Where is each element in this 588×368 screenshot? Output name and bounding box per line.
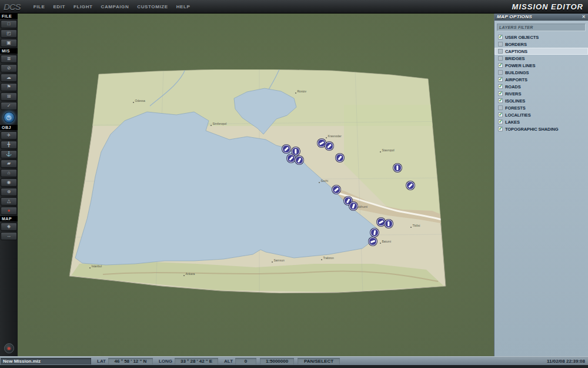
airplane-group-button[interactable]: ✈ [1, 131, 17, 140]
airport-icon[interactable] [349, 202, 358, 210]
airport-layer [68, 69, 451, 293]
mission-options-button[interactable]: ⊘ [1, 64, 17, 72]
new-mission-button[interactable]: □ [1, 20, 17, 28]
menu-file[interactable]: FILE [34, 4, 45, 9]
layer-row-lakes[interactable]: ✓LAKES [495, 118, 588, 125]
airport-icon[interactable] [406, 181, 415, 190]
airport-icon[interactable] [295, 156, 303, 164]
mouse-mode[interactable]: PAN/SELECT [298, 358, 340, 364]
runway-mark [284, 147, 288, 151]
lat-label: LAT [97, 359, 106, 364]
layer-label-topographic-shading: TOPOGRAPHIC SHADING [505, 127, 558, 132]
mission-filename: New Mission.miz [1, 358, 91, 364]
layer-row-borders[interactable]: BORDERS [495, 41, 588, 48]
airport-icon[interactable] [318, 139, 326, 147]
layer-checkbox-captions[interactable] [498, 49, 503, 54]
menu-help[interactable]: HELP [176, 4, 191, 9]
airport-icon[interactable] [282, 145, 290, 153]
airport-icon[interactable] [369, 237, 377, 246]
layer-row-buildings[interactable]: BUILDINGS [495, 69, 588, 76]
save-mission-button[interactable]: ▣ [1, 39, 17, 47]
record-indicator-button[interactable]: ◉ [4, 343, 14, 353]
layer-checkbox-lakes[interactable]: ✓ [498, 120, 503, 124]
layer-checkbox-bridges[interactable] [498, 56, 503, 61]
map-options-titlebar: MAP OPTIONS ✕ [495, 13, 588, 21]
template-icon: ◉ [7, 180, 11, 185]
layer-checkbox-borders[interactable] [498, 42, 503, 47]
layers-list: ✓USER OBJECTSBORDERSCAPTIONSBRIDGES✓POWE… [495, 34, 588, 132]
distance-tool-button[interactable]: ↔ [1, 232, 17, 240]
template-button[interactable]: ◉ [1, 178, 17, 187]
layer-row-power-lines[interactable]: ✓POWER LINES [495, 62, 588, 69]
vehicle-group-button[interactable]: ▰ [1, 160, 17, 168]
open-mission-button[interactable]: ◰ [1, 29, 17, 38]
airport-icon[interactable] [336, 154, 344, 162]
toolbar-section-map: MAP [0, 216, 18, 221]
menu-bar: FILEEDITFLIGHTCAMPAIGNCUSTOMIZEHELP [34, 4, 191, 9]
runway-mark [408, 183, 412, 187]
layer-checkbox-topographic-shading[interactable]: ✓ [498, 127, 503, 131]
menu-campaign[interactable]: CAMPAIGN [101, 4, 129, 9]
farp-button[interactable]: ⊕ [1, 188, 17, 196]
briefing-button[interactable]: ≣ [1, 55, 17, 63]
vehicle-group-icon: ▰ [7, 161, 11, 166]
layer-row-localities[interactable]: ✓LOCALITIES [495, 111, 588, 118]
routes-icon: ⚑ [6, 85, 11, 89]
airport-icon[interactable] [377, 218, 385, 226]
layer-checkbox-isolines[interactable]: ✓ [498, 98, 503, 103]
routes-button[interactable]: ⚑ [1, 83, 17, 91]
weather-button[interactable]: ☁ [1, 74, 17, 82]
helicopter-group-button[interactable]: ╋ [1, 141, 17, 149]
layer-checkbox-localities[interactable]: ✓ [498, 112, 503, 117]
layer-row-forests[interactable]: FORESTS [495, 104, 588, 111]
layer-row-rivers[interactable]: ✓RIVERS [495, 90, 588, 97]
layer-checkbox-rivers[interactable]: ✓ [498, 91, 503, 96]
mission-time-button[interactable]: ◷ [4, 112, 15, 123]
dcs-mission-editor: { "titlebar": { "logo": "DCS", "menus": … [0, 0, 588, 368]
goals-button[interactable]: ✓ [1, 102, 17, 110]
static-object-icon: ⌂ [8, 171, 11, 175]
triggers-button[interactable]: ⊞ [1, 92, 17, 101]
static-object-button[interactable]: ⌂ [1, 169, 17, 177]
airplane-group-icon: ✈ [7, 133, 11, 138]
layer-row-roads[interactable]: ✓ROADS [495, 83, 588, 90]
bullseye-button[interactable]: ● [1, 207, 17, 215]
menu-flight[interactable]: FLIGHT [74, 4, 92, 9]
runway-mark [346, 198, 350, 203]
layer-checkbox-roads[interactable]: ✓ [498, 84, 503, 89]
menu-edit[interactable]: EDIT [53, 4, 65, 9]
runway-mark [298, 158, 301, 163]
map-scale[interactable]: 1:5000000 [260, 358, 294, 364]
ship-group-button[interactable]: ⚓ [1, 150, 17, 158]
runway-mark [338, 155, 342, 160]
airport-icon[interactable] [385, 220, 393, 228]
layer-row-airports[interactable]: ✓AIRPORTS [495, 76, 588, 83]
layer-row-captions[interactable]: CAPTIONS [495, 48, 588, 55]
layer-checkbox-forests[interactable] [498, 105, 503, 110]
dcs-logo: DCS [4, 2, 21, 12]
runway-mark [373, 230, 376, 235]
layer-row-user-objects[interactable]: ✓USER OBJECTS [495, 34, 588, 41]
layer-checkbox-airports[interactable]: ✓ [498, 77, 503, 82]
airport-icon[interactable] [370, 228, 379, 237]
airport-icon[interactable] [287, 154, 295, 163]
map-options-panel: MAP OPTIONS ✕ LAYERS FILTER ✓USER OBJECT… [494, 13, 588, 357]
menu-customize[interactable]: CUSTOMIZE [137, 4, 168, 9]
layer-checkbox-user-objects[interactable]: ✓ [498, 35, 503, 39]
layer-row-topographic-shading[interactable]: ✓TOPOGRAPHIC SHADING [495, 125, 588, 132]
layer-row-bridges[interactable]: BRIDGES [495, 55, 588, 62]
airport-icon[interactable] [332, 185, 340, 194]
airport-icon[interactable] [393, 164, 402, 172]
toolbar-section-obj: OBJ [0, 125, 18, 130]
close-icon[interactable]: ✕ [582, 15, 586, 19]
layer-checkbox-buildings[interactable] [498, 70, 503, 75]
farp-icon: ⊕ [7, 190, 11, 194]
map-stage[interactable]: OdessaSimferopolRostovKrasnodarStavropol… [68, 69, 451, 293]
trigger-zone-icon: △ [7, 199, 11, 204]
long-value: 33 ° 28 ' 42 " E [175, 358, 218, 364]
map-aircraft-icons-button[interactable]: ◈ [1, 223, 17, 231]
trigger-zone-button[interactable]: △ [1, 197, 17, 205]
layer-row-isolines[interactable]: ✓ISOLINES [495, 97, 588, 104]
airport-icon[interactable] [325, 142, 333, 150]
layer-checkbox-power-lines[interactable]: ✓ [498, 63, 503, 68]
